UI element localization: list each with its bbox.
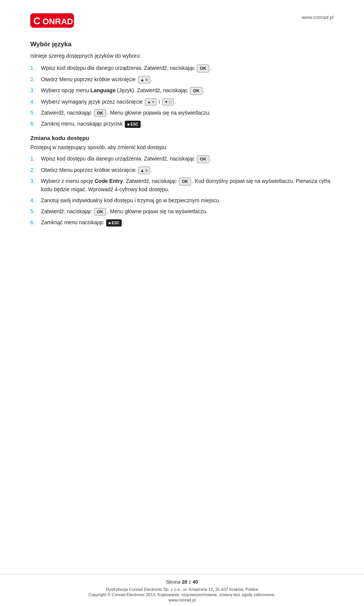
up-menu-button-icon: ▲ ≡ [138, 167, 150, 175]
ok-button-icon: OK [94, 109, 107, 117]
page-total: 40 [193, 579, 198, 585]
step-number: 1. [30, 155, 41, 163]
list-item: 3. Wybierz z menu opcję Code Entry. Zatw… [30, 177, 334, 194]
list-item: 1. Wpisz kod dostępu dla danego urządzen… [30, 155, 334, 163]
section2-title: Zmiana kodu dostępu [30, 135, 334, 141]
step-content: Wybierz opcję menu Language (Język). Zat… [41, 87, 334, 95]
svg-text:C: C [33, 15, 41, 27]
list-item: 2. Otwórz Menu poprzez krótkie wciśnięci… [30, 166, 334, 175]
ok-button-icon: OK [94, 208, 107, 216]
step-content: Zamknij menu, naciskając przycisk ■ ESC. [41, 120, 334, 128]
step-number: 2. [30, 166, 41, 174]
list-item: 1. Wpisz kod dostępu dla danego urządzen… [30, 64, 334, 72]
footer-company: Dystrybucja Conrad Electronic Sp. z o.o.… [15, 587, 349, 592]
step-number: 5. [30, 208, 41, 216]
page-current: 20 [182, 579, 187, 585]
updown-button-icon: ▲ ≡ [145, 98, 157, 105]
bold-text: Language [91, 87, 116, 93]
list-item: 5. Zatwierdź, naciskając OK. Menu główne… [30, 208, 334, 216]
step-content: Zamknąć menu naciskając ■ ESC. [41, 219, 334, 227]
step-content: Wpisz kod dostępu dla danego urządzenia.… [41, 64, 334, 72]
page-header: C ONRAD www.conrad.pl [30, 11, 334, 31]
step-content: Wybierz wymagany język przez naciśnięcie… [41, 98, 334, 106]
step-number: 4. [30, 197, 41, 205]
footer-website: www.conrad.pl [15, 598, 349, 602]
section1-intro: Istnieje szereg dostępnych języków do wy… [30, 53, 334, 59]
logo-image: C ONRAD [30, 11, 76, 30]
page-label: Strona [166, 579, 180, 585]
list-item: 6. Zamknąć menu naciskając ■ ESC. [30, 219, 334, 227]
list-item: 2. Otwórz Menu poprzez krótkie wciśnięci… [30, 76, 334, 84]
up-menu-button-icon: ▲ ≡ [138, 76, 150, 84]
section2-intro: Postępuj w następujący sposób, aby zmien… [30, 144, 334, 150]
footer-copyright: Copyright © Conrad Electronic 2013, Kopi… [15, 592, 349, 597]
step-number: 6. [30, 219, 41, 227]
ok-button-icon: OK [197, 155, 209, 163]
step-number: 2. [30, 76, 41, 83]
website-url: www.conrad.pl [301, 14, 334, 20]
step-content: Otwórz Menu poprzez krótkie wciśnięcie ▲… [41, 166, 334, 175]
step-content: Otwórz Menu poprzez krótkie wciśnięcie ▲… [41, 76, 334, 84]
page-number: Strona 20 z 40 [15, 579, 349, 585]
step-number: 5. [30, 109, 41, 117]
step-content: Zatwierdź, naciskając OK. Menu główne po… [41, 109, 334, 117]
step-number: 1. [30, 64, 41, 72]
logo: C ONRAD [30, 11, 76, 31]
step-content: Zanotuj swój indywidualny kod dostępu i … [41, 197, 334, 205]
step-number: 6. [30, 120, 41, 128]
esc-button-icon: ■ ESC [125, 121, 140, 128]
step-content: Wybierz z menu opcję Code Entry. Zatwier… [41, 177, 334, 194]
section2-list: 1. Wpisz kod dostępu dla danego urządzen… [30, 155, 334, 227]
page-separator: z [189, 579, 191, 585]
list-item: 3. Wybierz opcję menu Language (Język). … [30, 87, 334, 95]
section1-list: 1. Wpisz kod dostępu dla danego urządzen… [30, 64, 334, 128]
step-number: 3. [30, 87, 41, 94]
step-content: Zatwierdź, naciskając OK. Menu główne po… [41, 208, 334, 216]
ok-button-icon: OK [179, 178, 191, 186]
page-footer: Strona 20 z 40 Dystrybucja Conrad Electr… [0, 574, 364, 606]
list-item: 5. Zatwierdź, naciskając OK. Menu główne… [30, 109, 334, 117]
ok-button-icon: OK [197, 65, 209, 72]
step-number: 3. [30, 177, 41, 185]
svg-text:ONRAD: ONRAD [42, 17, 73, 26]
down-button-icon: ▼ □ [162, 98, 174, 105]
list-item: 4. Zanotuj swój indywidualny kod dostępu… [30, 197, 334, 205]
ok-button-icon: OK [190, 87, 202, 95]
step-number: 4. [30, 98, 41, 106]
list-item: 6. Zamknij menu, naciskając przycisk ■ E… [30, 120, 334, 128]
bold-text: Code Entry [94, 178, 123, 184]
step-content: Wpisz kod dostępu dla danego urządzenia.… [41, 155, 334, 163]
esc-button-icon: ■ ESC [106, 219, 122, 227]
section1-title: Wybór języka [30, 41, 334, 48]
list-item: 4. Wybierz wymagany język przez naciśnię… [30, 98, 334, 106]
